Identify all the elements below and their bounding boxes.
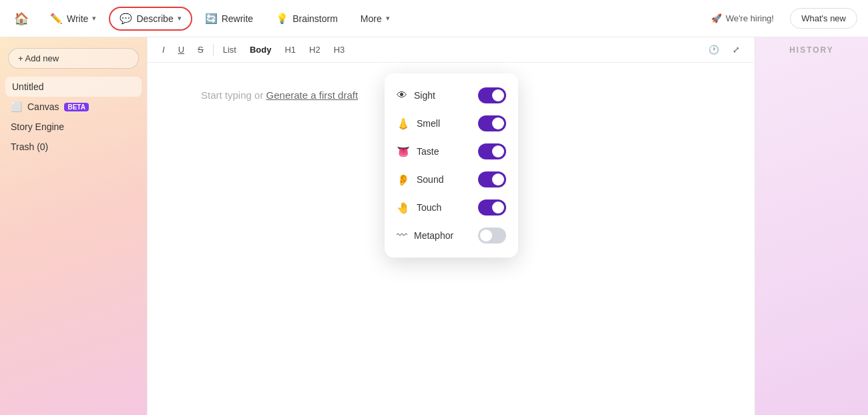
more-label: More <box>361 13 382 24</box>
smell-toggle[interactable] <box>478 115 506 131</box>
h2-button[interactable]: H2 <box>305 43 324 57</box>
brainstorm-label: Brainstorm <box>292 13 338 24</box>
describe-dropdown: 👁 Sight 👃 Smell 👅 Taste <box>385 73 518 258</box>
italic-label: I <box>162 45 165 55</box>
smell-label: Smell <box>417 118 440 129</box>
describe-button[interactable]: 💬 Describe ▾ <box>109 7 192 31</box>
sight-toggle[interactable] <box>478 87 506 103</box>
topbar-left: 🏠 ✏️ Write ▾ 💬 Describe ▾ 🔄 Rewrite 💡 <box>11 7 400 31</box>
sidebar-item-canvas[interactable]: ⬜ Canvas BETA <box>0 97 147 117</box>
topbar: 🏠 ✏️ Write ▾ 💬 Describe ▾ 🔄 Rewrite 💡 <box>0 0 868 37</box>
touch-icon: 🤚 <box>397 201 410 214</box>
metaphor-toggle[interactable] <box>478 228 506 244</box>
rewrite-button[interactable]: 🔄 Rewrite <box>195 7 263 30</box>
dropdown-item-taste[interactable]: 👅 Taste <box>385 137 518 165</box>
dropdown-item-touch[interactable]: 🤚 Touch <box>385 193 518 222</box>
metaphor-label: Metaphor <box>414 230 453 241</box>
list-label: List <box>223 45 236 55</box>
topbar-right: 🚀 We're hiring! What's new <box>702 8 857 29</box>
taste-left: 👅 Taste <box>397 145 439 158</box>
sidebar-untitled-label: Untitled <box>12 81 43 92</box>
strikethrough-label: S <box>198 45 204 55</box>
more-chevron: ▾ <box>386 14 390 23</box>
metaphor-left: 〰 Metaphor <box>397 230 453 242</box>
sidebar-story-engine-label: Story Engine <box>11 121 64 132</box>
whats-new-label: What's new <box>801 13 846 23</box>
sight-label: Sight <box>414 90 435 101</box>
describe-chevron: ▾ <box>178 14 182 23</box>
dropdown-item-sound[interactable]: 👂 Sound <box>385 165 518 193</box>
sidebar-canvas-label: Canvas <box>27 101 59 112</box>
history-panel: HISTORY <box>754 37 868 415</box>
hiring-button[interactable]: 🚀 We're hiring! <box>702 9 783 27</box>
underline-button[interactable]: U <box>174 43 188 57</box>
history-label: HISTORY <box>789 45 834 55</box>
sight-left: 👁 Sight <box>397 89 435 101</box>
taste-toggle[interactable] <box>478 143 506 159</box>
more-button[interactable]: More ▾ <box>351 8 400 29</box>
write-icon: ✏️ <box>50 13 63 25</box>
toolbar-separator <box>213 44 214 56</box>
write-label: Write <box>67 13 88 24</box>
history-button[interactable]: 🕐 <box>704 43 723 57</box>
body-button[interactable]: Body <box>246 43 276 57</box>
sight-icon: 👁 <box>397 89 407 101</box>
canvas-icon: ⬜ <box>11 101 22 112</box>
sidebar-item-story-engine[interactable]: Story Engine <box>0 117 147 137</box>
add-new-button[interactable]: + Add new <box>8 48 139 69</box>
expand-button[interactable]: ⤢ <box>728 43 744 57</box>
h2-label: H2 <box>309 45 320 55</box>
rewrite-icon: 🔄 <box>205 13 218 25</box>
h1-button[interactable]: H1 <box>280 43 300 57</box>
describe-icon: 💬 <box>120 13 132 25</box>
editor-area: I U S List Body H1 H2 H3 <box>147 37 754 415</box>
italic-button[interactable]: I <box>158 43 169 57</box>
body-label: Body <box>250 45 272 55</box>
hiring-label: We're hiring! <box>726 13 774 23</box>
generate-draft-link[interactable]: Generate a first draft <box>266 89 359 101</box>
sound-label: Sound <box>417 174 443 185</box>
sound-icon: 👂 <box>397 173 410 186</box>
hiring-icon: 🚀 <box>711 13 722 23</box>
sound-toggle[interactable] <box>478 171 506 187</box>
editor-toolbar: I U S List Body H1 H2 H3 <box>148 37 754 63</box>
describe-label: Describe <box>136 13 173 24</box>
dropdown-item-smell[interactable]: 👃 Smell <box>385 109 518 137</box>
write-chevron: ▾ <box>92 14 96 23</box>
sidebar: + Add new Untitled ⬜ Canvas BETA Story E… <box>0 37 147 415</box>
h3-button[interactable]: H3 <box>330 43 349 57</box>
metaphor-icon: 〰 <box>397 230 407 242</box>
h3-label: H3 <box>334 45 345 55</box>
whats-new-button[interactable]: What's new <box>790 8 857 29</box>
list-button[interactable]: List <box>219 43 240 57</box>
h1-label: H1 <box>284 45 296 55</box>
write-button[interactable]: ✏️ Write ▾ <box>40 7 106 30</box>
touch-label: Touch <box>417 202 441 213</box>
add-new-label: + Add new <box>18 53 59 63</box>
touch-left: 🤚 Touch <box>397 201 441 214</box>
editor-toolbar-right: 🕐 ⤢ <box>704 43 744 57</box>
main-layout: + Add new Untitled ⬜ Canvas BETA Story E… <box>0 37 868 415</box>
taste-label: Taste <box>417 146 439 157</box>
taste-icon: 👅 <box>397 145 410 158</box>
sidebar-item-trash[interactable]: Trash (0) <box>0 137 147 157</box>
strikethrough-button[interactable]: S <box>194 43 208 57</box>
canvas-badge: BETA <box>64 103 88 111</box>
editor-placeholder: Start typing or <box>201 89 263 101</box>
rewrite-label: Rewrite <box>222 13 253 24</box>
smell-icon: 👃 <box>397 117 410 130</box>
dropdown-item-metaphor[interactable]: 〰 Metaphor <box>385 222 518 250</box>
toolbar-buttons: ✏️ Write ▾ 💬 Describe ▾ 🔄 Rewrite 💡 Brai… <box>40 7 400 31</box>
touch-toggle[interactable] <box>478 199 506 216</box>
generate-link-label: Generate a first draft <box>266 89 359 101</box>
sound-left: 👂 Sound <box>397 173 443 186</box>
brainstorm-icon: 💡 <box>276 13 288 25</box>
brainstorm-button[interactable]: 💡 Brainstorm <box>266 7 348 30</box>
home-icon[interactable]: 🏠 <box>11 8 32 29</box>
smell-left: 👃 Smell <box>397 117 440 130</box>
sidebar-item-untitled[interactable]: Untitled <box>5 77 142 97</box>
underline-label: U <box>178 45 184 55</box>
dropdown-item-sight[interactable]: 👁 Sight <box>385 81 518 109</box>
sidebar-trash-label: Trash (0) <box>11 141 48 152</box>
